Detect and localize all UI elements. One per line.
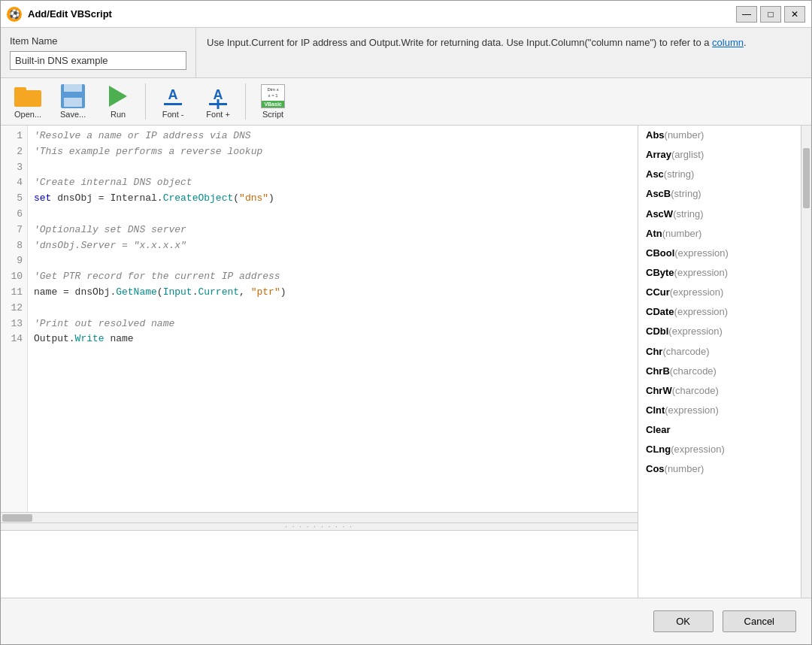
script-button[interactable]: Dim x x = 1 End VBasic Script xyxy=(253,81,292,122)
main-window: ⚽ Add/Edit VBScript — □ ✕ Item Name Use … xyxy=(0,0,812,645)
font-minus-icon: A xyxy=(159,84,186,108)
list-item[interactable]: CCur(expression) xyxy=(638,283,801,302)
toolbar: Open... Save... Run A xyxy=(1,78,811,126)
run-icon xyxy=(105,84,132,108)
cancel-button[interactable]: Cancel xyxy=(723,610,796,632)
list-item[interactable]: Clear xyxy=(638,420,801,440)
editor-scrollbar-h[interactable] xyxy=(1,512,638,522)
content-area: Item Name Use Input.Current for IP addre… xyxy=(1,28,811,598)
list-item[interactable]: CByte(expression) xyxy=(638,263,801,283)
list-item[interactable]: CLng(expression) xyxy=(638,440,801,459)
save-icon xyxy=(59,84,86,108)
list-item[interactable]: Asc(string) xyxy=(638,165,801,184)
title-bar: ⚽ Add/Edit VBScript — □ ✕ xyxy=(1,1,811,28)
reference-list[interactable]: Abs(number)Array(arglist)Asc(string)AscB… xyxy=(638,126,801,598)
code-content[interactable]: 'Resolve a name or IP address via DNS 'T… xyxy=(28,126,638,512)
app-icon: ⚽ xyxy=(7,7,22,22)
item-name-label: Item Name xyxy=(10,35,186,47)
list-item[interactable]: CDbl(expression) xyxy=(638,322,801,341)
list-item[interactable]: CDate(expression) xyxy=(638,302,801,322)
hint-text1: Use Input.Current for IP address and Out… xyxy=(207,37,712,48)
top-section: Item Name Use Input.Current for IP addre… xyxy=(1,28,811,78)
toolbar-separator-2 xyxy=(245,83,246,120)
line-numbers: 1 2 3 4 5 6 7 8 9 10 11 12 13 xyxy=(1,126,28,512)
list-item[interactable]: AscB(string) xyxy=(638,184,801,204)
script-icon: Dim x x = 1 End VBasic xyxy=(259,84,286,108)
list-item[interactable]: ChrB(charcode) xyxy=(638,362,801,381)
code-editor[interactable]: 1 2 3 4 5 6 7 8 9 10 11 12 13 xyxy=(1,126,638,512)
item-name-input[interactable] xyxy=(10,51,186,70)
list-item[interactable]: Atn(number) xyxy=(638,224,801,244)
bottom-bar: OK Cancel xyxy=(1,598,811,644)
save-button[interactable]: Save... xyxy=(53,81,92,122)
list-item[interactable]: Cos(number) xyxy=(638,459,801,479)
open-button[interactable]: Open... xyxy=(8,81,47,122)
window-title: Add/Edit VBScript xyxy=(28,8,736,20)
reference-area: Abs(number)Array(arglist)Asc(string)AscB… xyxy=(638,126,811,598)
font-plus-icon: A xyxy=(205,84,232,108)
list-item[interactable]: CBool(expression) xyxy=(638,244,801,263)
reference-scrollbar[interactable] xyxy=(801,126,811,598)
maximize-button[interactable]: □ xyxy=(760,6,781,23)
list-item[interactable]: Array(arglist) xyxy=(638,145,801,165)
editor-reference-area: 1 2 3 4 5 6 7 8 9 10 11 12 13 xyxy=(1,126,811,598)
toolbar-separator-1 xyxy=(145,83,146,120)
list-item[interactable]: Chr(charcode) xyxy=(638,342,801,362)
minimize-button[interactable]: — xyxy=(736,6,757,23)
editor-panel: 1 2 3 4 5 6 7 8 9 10 11 12 13 xyxy=(1,126,638,598)
hint-section: Use Input.Current for IP address and Out… xyxy=(196,28,811,77)
font-plus-button[interactable]: A Font + xyxy=(198,81,238,122)
drag-handle[interactable]: · · · · · · · · · · xyxy=(1,522,638,530)
ref-scroll-thumb[interactable] xyxy=(803,148,810,208)
font-minus-button[interactable]: A Font - xyxy=(153,81,192,122)
close-button[interactable]: ✕ xyxy=(784,6,805,23)
h-scroll-thumb[interactable] xyxy=(2,514,32,522)
list-item[interactable]: Abs(number) xyxy=(638,126,801,145)
run-button[interactable]: Run xyxy=(98,81,138,122)
open-icon xyxy=(14,84,41,108)
bottom-editor-area[interactable] xyxy=(1,530,638,598)
ok-button[interactable]: OK xyxy=(653,610,714,632)
list-item[interactable]: ChrW(charcode) xyxy=(638,381,801,401)
main-body: 1 2 3 4 5 6 7 8 9 10 11 12 13 xyxy=(1,126,811,598)
item-name-section: Item Name xyxy=(1,28,196,77)
window-controls: — □ ✕ xyxy=(736,6,805,23)
hint-text2: . xyxy=(744,37,747,48)
list-item[interactable]: CInt(expression) xyxy=(638,401,801,420)
list-item[interactable]: AscW(string) xyxy=(638,204,801,224)
hint-link[interactable]: column xyxy=(712,37,744,48)
